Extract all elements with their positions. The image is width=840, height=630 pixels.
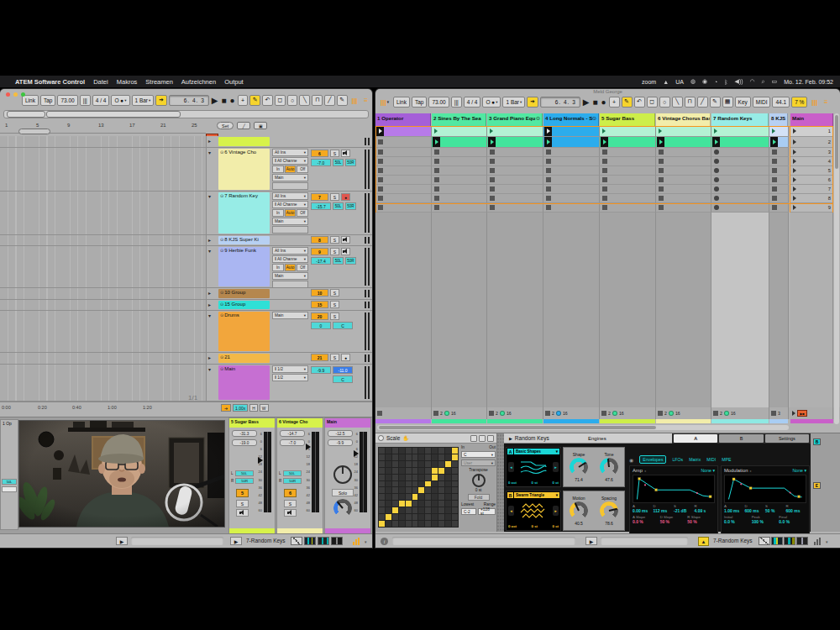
clip-slot[interactable] bbox=[432, 203, 487, 213]
clip-slot[interactable] bbox=[600, 126, 656, 137]
track-header-15-group[interactable]: ▸⊙15 Group15S bbox=[207, 300, 372, 311]
collapsed-device-badge-e[interactable]: E bbox=[813, 482, 821, 489]
scale-cell[interactable] bbox=[392, 487, 398, 493]
transport-button[interactable]: Key bbox=[735, 97, 751, 108]
monitor-in[interactable]: In bbox=[272, 165, 284, 173]
slot-stop-button[interactable] bbox=[546, 150, 551, 155]
session-track-header[interactable]: 3 Grand Piano Equ⊙ bbox=[487, 113, 543, 126]
strip-name[interactable]: 5 Sugar Bass bbox=[229, 418, 275, 428]
slot-stop-button[interactable] bbox=[490, 168, 495, 173]
pan-left-box[interactable]: 50L bbox=[2, 479, 17, 485]
slot-stop-button[interactable] bbox=[659, 205, 664, 210]
vertical-scrollbar[interactable] bbox=[834, 113, 839, 424]
device-thumbnail[interactable] bbox=[771, 537, 783, 545]
track-stop-button[interactable] bbox=[601, 411, 606, 416]
crossfade-button[interactable]: C bbox=[333, 322, 353, 329]
slot-stop-button[interactable] bbox=[772, 177, 777, 182]
scale-cell[interactable] bbox=[412, 521, 418, 527]
meld-tab-settings[interactable]: Settings bbox=[765, 434, 809, 443]
track-stop-button[interactable] bbox=[377, 411, 382, 416]
scene-slot[interactable]: 7 bbox=[790, 185, 833, 194]
freeze-circle-icon[interactable]: ⊙ bbox=[592, 115, 596, 121]
scale-cell[interactable] bbox=[432, 487, 438, 493]
zoom-level[interactable]: 1.00x bbox=[233, 404, 248, 412]
clip-slot[interactable] bbox=[432, 194, 487, 203]
scale-cell[interactable] bbox=[452, 481, 458, 487]
scale-cell[interactable] bbox=[406, 514, 412, 520]
arrangement-lane[interactable] bbox=[0, 353, 206, 365]
pan-right-box[interactable]: 50R bbox=[235, 478, 254, 484]
clip-slot[interactable] bbox=[432, 185, 487, 194]
cue-volume-value[interactable]: -9.9 bbox=[311, 366, 331, 374]
slot-stop-button[interactable] bbox=[378, 168, 383, 173]
monitor-off[interactable]: Off bbox=[297, 209, 308, 217]
scale-cell[interactable] bbox=[438, 521, 444, 527]
volume-value[interactable]: -15.7 bbox=[311, 202, 331, 210]
track-stop-button[interactable] bbox=[658, 411, 663, 416]
track-header-9-herbie-funk[interactable]: ▾⊙9 Herbie FunkAll Ins▾‖ All Channe▾InAu… bbox=[207, 246, 372, 288]
slot-stop-button[interactable] bbox=[602, 186, 607, 192]
arrangement-lane[interactable] bbox=[0, 300, 206, 311]
scale-cell[interactable] bbox=[386, 501, 391, 507]
circle-icon[interactable]: ○ bbox=[659, 97, 670, 108]
menu-icon[interactable]: ≡ bbox=[361, 95, 370, 106]
track-header-7-random-key[interactable]: ▾⊙7 Random KeyAll Ins▾‖ All Channe▾InAut… bbox=[207, 192, 372, 235]
record-icon[interactable]: ● bbox=[601, 97, 607, 108]
slot-stop-button[interactable] bbox=[378, 159, 383, 164]
slot-stop-button[interactable] bbox=[772, 186, 777, 192]
transport-button[interactable]: 6. 4. 3 bbox=[540, 97, 580, 108]
device-play-button[interactable]: ▶ bbox=[230, 537, 242, 545]
input-routing-select[interactable]: All Ins▾ bbox=[272, 247, 308, 255]
param-value[interactable]: 600 ms bbox=[786, 508, 807, 513]
crossfade-button[interactable]: C bbox=[333, 375, 353, 383]
subtab-midi[interactable]: MIDI bbox=[706, 457, 716, 462]
scene-slot[interactable]: 5 bbox=[790, 166, 833, 176]
scale-cell[interactable] bbox=[399, 468, 405, 474]
scale-preset-select[interactable]: User▾ bbox=[461, 459, 496, 466]
input-channel-select[interactable]: ‖ All Channe▾ bbox=[272, 255, 308, 263]
scale-cell[interactable] bbox=[386, 448, 391, 454]
scale-cell[interactable] bbox=[452, 461, 458, 467]
scale-cell[interactable] bbox=[438, 468, 444, 474]
param-value[interactable]: 0.00 ms bbox=[633, 508, 654, 513]
scene-play-icon[interactable] bbox=[793, 139, 796, 144]
scale-cell[interactable] bbox=[392, 481, 398, 487]
transport-button[interactable]: 44.1 bbox=[772, 97, 790, 108]
scale-cell[interactable] bbox=[386, 507, 391, 513]
next-engine-button[interactable]: ▸ bbox=[553, 462, 559, 472]
slot-stop-button[interactable] bbox=[378, 196, 383, 201]
clip-slot[interactable] bbox=[769, 148, 789, 157]
play-icon[interactable]: ▶ bbox=[211, 95, 219, 106]
collapsed-device-badge-b[interactable]: B bbox=[813, 438, 821, 445]
freeze-circle-icon[interactable]: ⊙ bbox=[536, 115, 540, 121]
slot-record-button[interactable] bbox=[714, 196, 719, 201]
slot-stop-button[interactable] bbox=[434, 177, 439, 182]
transport-button[interactable]: 6. 4. 3 bbox=[169, 95, 209, 106]
track-header-8-kjs-super-ki[interactable]: ▸⊙8 KJS Super Ki8S bbox=[207, 235, 372, 246]
clip-slot[interactable] bbox=[432, 137, 487, 148]
clip-slot[interactable] bbox=[543, 176, 600, 185]
slot-stop-button[interactable] bbox=[772, 150, 777, 155]
clip-slot[interactable] bbox=[769, 176, 789, 185]
clip-slot[interactable] bbox=[711, 176, 769, 185]
scene-slot[interactable]: 1 bbox=[790, 126, 833, 137]
search-icon[interactable]: ⌕ bbox=[762, 78, 765, 85]
slot-stop-button[interactable] bbox=[378, 139, 383, 144]
solo-button[interactable]: S bbox=[330, 301, 339, 308]
device-thumbnail[interactable] bbox=[759, 537, 770, 545]
volume-value[interactable]: -17.4 bbox=[311, 257, 331, 265]
pencil-icon[interactable]: ✎ bbox=[337, 95, 348, 106]
knob-value[interactable]: 40.5 bbox=[570, 521, 588, 526]
knob-value[interactable]: 78.6 bbox=[600, 521, 618, 526]
arrangement-overview[interactable] bbox=[3, 110, 369, 118]
scale-cell[interactable] bbox=[399, 454, 405, 460]
back-to-arrangement-button[interactable]: ▶■ bbox=[797, 410, 807, 417]
fold-arrow-icon[interactable]: ▾ bbox=[208, 312, 211, 318]
clip-slot[interactable] bbox=[543, 126, 600, 137]
clip-slot[interactable] bbox=[432, 166, 487, 176]
device-thumbnail[interactable] bbox=[304, 537, 316, 545]
scale-cell[interactable] bbox=[425, 514, 431, 520]
traffic-lights[interactable] bbox=[6, 92, 25, 97]
slot-stop-button[interactable] bbox=[490, 159, 495, 164]
session-empty-area[interactable] bbox=[375, 213, 840, 407]
